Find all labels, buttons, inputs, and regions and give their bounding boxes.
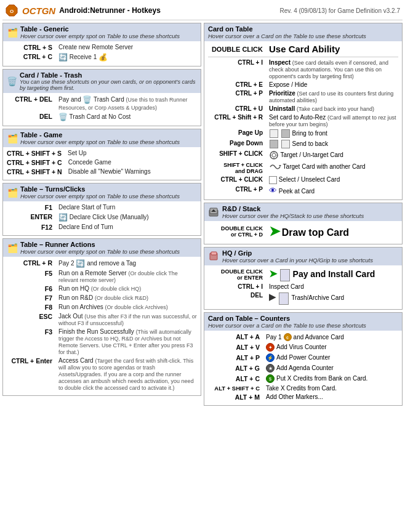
section-rnd-stack-header: R&D / Stack Hover cursor over the HQ/Sta… — [204, 203, 402, 221]
counter-row-alt-c: ALT + C $ Put X Credits from Bank on Car… — [208, 374, 398, 383]
key-ctrl-click: CTRL + CLICK — [208, 176, 267, 183]
draw-top-label: Draw top Card — [282, 227, 349, 238]
right-column: Card on Table Hover cursor over a Card o… — [204, 23, 403, 406]
rnd-stack-title: R&D / Stack — [222, 205, 364, 212]
shortcut-key-f7: F7 — [7, 294, 56, 302]
section-table-generic: 🗂️ Table - Generic Hover cursor over emp… — [2, 23, 201, 66]
desc-pay-install: ➤ Pay and Install Card — [269, 268, 398, 281]
pay-install-green-arrow: ➤ — [269, 268, 277, 280]
desc-ctrl-p-pri: Prioritize (Set card to use its counters… — [269, 90, 398, 103]
desc-page-up: Bring to front — [269, 129, 398, 138]
shortcut-row: F3 Finish the Run Successfully (This wil… — [7, 328, 197, 355]
key-page-dn: Page Down — [208, 140, 267, 147]
shortcut-desc-f6: Run on HQ (Or double click HQ) — [58, 285, 197, 292]
shortcut-desc-ctrl-r: Pay 2 🔄 and remove a Tag — [58, 259, 197, 268]
octgn-logo-text: OCTGN — [22, 6, 55, 16]
key-alt-g: ALT + G — [208, 365, 263, 372]
page-dn-icon — [270, 140, 278, 148]
section-hq-grip-header: HQ / Grip Hover cursor over a Card in yo… — [204, 248, 402, 265]
counter-row-alt-m: ALT + M Add Other Markers... — [208, 393, 398, 401]
shortcut-key-ctrl-shift-c: CTRL + SHIFT + C — [7, 159, 66, 166]
key-dbl-ctrl-d: DOUBLE CLICKor CTRL + D — [208, 225, 267, 238]
target-drag-icon — [269, 162, 281, 172]
stack-svg-icon — [208, 206, 219, 217]
shortcut-key-ctrl-shift-n: CTRL + SHIFT + N — [7, 168, 66, 175]
hq-grip-icon — [208, 251, 219, 263]
note-f3: (This will automatically trigger the Acc… — [58, 329, 193, 355]
table-generic-icon: 🗂️ — [7, 27, 18, 38]
desc-double-click: Use Card Ability — [269, 44, 398, 54]
card-row-ctrl-p: CTRL + P Prioritize (Set card to use its… — [208, 90, 398, 103]
table-runner-icon: 🗂️ — [7, 243, 18, 254]
note-f7: (Or double click R&D) — [95, 295, 148, 301]
shortcut-row: DEL 🗑️ Trash Card at No Cost — [7, 113, 197, 121]
desc-alt-a: Pay 1 ¢ and Advance Card — [266, 333, 398, 341]
card-row-draw-top: DOUBLE CLICKor CTRL + D ➤ Draw top Card — [208, 224, 398, 240]
shortcut-key-esc: ESC — [7, 313, 56, 320]
shortcut-key-f12: F12 — [7, 224, 56, 231]
power-counter-icon: ⚡ — [266, 353, 275, 362]
page-up-icon — [270, 129, 278, 138]
desc-alt-v: ✦ Add Virus Counter — [266, 343, 398, 352]
click-use-icon: 🔄 — [58, 213, 68, 222]
credit-bank-icon: $ — [266, 374, 275, 383]
card-row-ctrl-u: CTRL + U Uninstall (Take card back into … — [208, 105, 398, 112]
section-table-turns-header: 🗂️ Table – Turns/Clicks Hover cursor ove… — [3, 183, 201, 201]
desc-del-hq: ▶ Trash/Archive Card — [269, 292, 398, 304]
key-alt-a: ALT + A — [208, 333, 263, 341]
table-turns-icon: 🗂️ — [7, 187, 18, 198]
section-table-game: 🗂️ Table - Game Hover cursor over empty … — [2, 129, 201, 180]
section-counters: Card on Table – Counters Hover cursor ov… — [204, 312, 403, 406]
table-turns-body: F1 Declare Start of Turn ENTER 🔄 Declare… — [3, 201, 201, 235]
click-icon: 🔄 — [58, 53, 68, 62]
hq-grip-body: DOUBLE CLICKor ENTER ➤ Pay and Install C… — [204, 265, 402, 309]
agenda-counter-icon: ★ — [266, 364, 275, 373]
desc-ctrl-click: Select / Unselect Card — [269, 176, 398, 184]
key-alt-m: ALT + M — [208, 393, 263, 401]
shortcut-row: CTRL + S Create new Remote Server — [7, 44, 197, 51]
key-ctrl-u: CTRL + U — [208, 105, 267, 112]
pay-install-label: Pay and Install Card — [293, 269, 375, 279]
section-table-game-header: 🗂️ Table - Game Hover cursor over empty … — [3, 129, 201, 147]
section-counters-header: Card on Table – Counters Hover cursor ov… — [204, 313, 402, 331]
card-table-trash-title: Card / Table - Trash — [20, 71, 197, 79]
key-ctrl-e: CTRL + E — [208, 81, 267, 88]
key-page-up: Page Up — [208, 129, 267, 136]
desc-alt-c: $ Put X Credits from Bank on Card. — [266, 374, 398, 383]
card-on-table-subtitle: Hover cursor over a Card on the Table to… — [208, 33, 398, 39]
table-game-body: CTRL + SHIFT + S Set Up CTRL + SHIFT + C… — [3, 147, 201, 180]
octgn-logo-icon: O — [5, 4, 18, 17]
key-alt-p: ALT + P — [208, 354, 263, 361]
desc-shift-click: Target / Un-target Card — [269, 150, 398, 160]
shortcut-row: CTRL + SHIFT + S Set Up — [7, 150, 197, 157]
shortcut-row: F5 Run on a Remote Server (Or double cli… — [7, 270, 197, 283]
counter-row-alt-g: ALT + G ★ Add Agenda Counter — [208, 364, 398, 373]
desc-page-dn: Send to back — [269, 140, 398, 148]
table-runner-title: Table – Runner Actions — [20, 241, 180, 248]
desc-alt-g: ★ Add Agenda Counter — [266, 364, 398, 373]
card-table-trash-subtitle: You can use these shortcuts on your own … — [20, 79, 197, 91]
kw-uninstall: Uninstall — [269, 105, 295, 112]
counter-row-alt-v: ALT + V ✦ Add Virus Counter — [208, 343, 398, 352]
shortcut-key-ctrl-shift-s: CTRL + SHIFT + S — [7, 150, 65, 157]
eye-icon: 👁 — [269, 186, 277, 195]
shortcut-key-f6: F6 — [7, 285, 56, 292]
section-table-runner-header: 🗂️ Table – Runner Actions Hover cursor o… — [3, 239, 201, 257]
card-on-table-title: Card on Table — [208, 25, 398, 33]
desc-alt-shift-c: Take X Credits from Card. — [266, 385, 398, 392]
note-f8: (Or double click Archives) — [105, 304, 168, 310]
desc-ctrl-shift-r: Set card to Auto-Rez (Card will attempt … — [269, 114, 398, 127]
key-double-click: DOUBLE CLICK — [208, 46, 267, 53]
card-row-ctrl-e: CTRL + E Expose / Hide — [208, 81, 398, 88]
rnd-stack-subtitle: Hover cursor over the HQ/Stack to use th… — [222, 212, 364, 219]
shortcut-key-del: DEL — [7, 113, 56, 120]
card-row-page-up: Page Up Bring to front — [208, 129, 398, 138]
shortcut-desc-del: 🗑️ Trash Card at No Cost — [58, 113, 197, 121]
card-row-dblclick: DOUBLE CLICK Use Card Ability — [208, 44, 398, 54]
trash-no-cost-icon: 🗑️ — [58, 113, 68, 121]
shortcut-key-ctrl-s: CTRL + S — [7, 44, 56, 51]
left-column: 🗂️ Table - Generic Hover cursor over emp… — [2, 23, 201, 406]
shortcut-key-f1: F1 — [7, 204, 56, 211]
shortcut-desc-f5: Run on a Remote Server (Or double click … — [58, 270, 197, 283]
shortcut-desc-ctrl-del: Pay and 🗑️ Trash Card (Use this to trash… — [58, 95, 197, 111]
